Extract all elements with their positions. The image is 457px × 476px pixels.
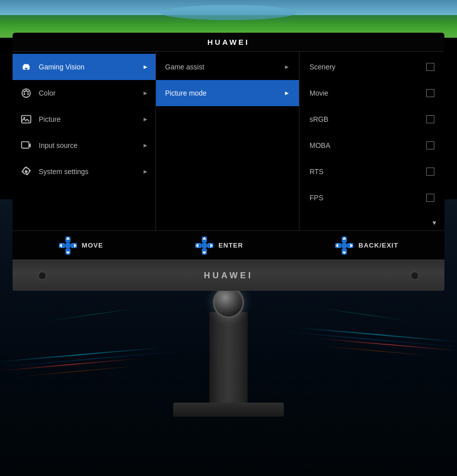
menu-item-gaming-vision[interactable]: Gaming Vision ► bbox=[13, 54, 156, 80]
osd-overlay: HUAWEI Gaming Vis bbox=[13, 33, 444, 260]
movie-label: Movie bbox=[310, 89, 426, 97]
movie-checkbox bbox=[426, 89, 434, 97]
input-source-arrow: ► bbox=[142, 142, 148, 149]
input-source-label: Input source bbox=[39, 141, 142, 149]
picture-mode-arrow: ► bbox=[284, 90, 290, 97]
osd-mid-column: Game assist ► Picture mode ► bbox=[156, 52, 299, 230]
picture-arrow: ► bbox=[142, 116, 148, 123]
scroll-down-indicator: ▼ bbox=[431, 219, 437, 226]
monitor-brand-logo: HUAWEI bbox=[204, 271, 253, 281]
svg-point-4 bbox=[25, 90, 27, 92]
palette-icon bbox=[20, 87, 33, 100]
move-label: MOVE bbox=[82, 242, 103, 249]
rts-label: RTS bbox=[310, 168, 426, 176]
right-item-rts[interactable]: RTS bbox=[299, 158, 444, 185]
gamepad-icon bbox=[20, 60, 33, 73]
dpad-back-icon bbox=[335, 236, 353, 255]
color-label: Color bbox=[39, 89, 142, 97]
menu-item-input-source[interactable]: Input source ► bbox=[13, 132, 156, 158]
game-assist-label: Game assist bbox=[165, 63, 284, 71]
fps-checkbox bbox=[426, 194, 434, 202]
fps-label: FPS bbox=[310, 194, 426, 202]
monitor-stand-base bbox=[173, 403, 284, 417]
svg-point-6 bbox=[27, 93, 29, 95]
svg-point-3 bbox=[24, 91, 26, 93]
color-arrow: ► bbox=[142, 90, 148, 97]
enter-label: ENTER bbox=[218, 242, 243, 249]
monitor-bottom-bezel: HUAWEI bbox=[13, 260, 444, 291]
svg-point-7 bbox=[24, 93, 26, 95]
right-item-movie[interactable]: Movie bbox=[299, 80, 444, 106]
menu-item-system-settings[interactable]: System settings ► bbox=[13, 158, 156, 185]
right-item-fps[interactable]: FPS bbox=[299, 185, 444, 211]
svg-point-5 bbox=[27, 91, 29, 93]
menu-item-game-assist[interactable]: Game assist ► bbox=[156, 54, 299, 80]
menu-item-color[interactable]: Color ► bbox=[13, 80, 156, 106]
osd-brand-title: HUAWEI bbox=[207, 38, 250, 46]
back-exit-label: BACK/EXIT bbox=[358, 242, 398, 249]
osd-right-column: Scenery Movie sRGB MOBA bbox=[299, 52, 444, 230]
svg-rect-10 bbox=[22, 142, 29, 148]
monitor-joystick[interactable] bbox=[213, 287, 244, 318]
game-assist-arrow: ► bbox=[284, 63, 290, 70]
svg-point-11 bbox=[25, 170, 28, 173]
input-icon bbox=[20, 139, 33, 152]
menu-item-picture[interactable]: Picture ► bbox=[13, 106, 156, 132]
rts-checkbox bbox=[426, 168, 434, 176]
control-move: MOVE bbox=[59, 236, 103, 255]
control-back-exit: BACK/EXIT bbox=[335, 236, 398, 255]
monitor-stand-neck bbox=[209, 312, 248, 403]
monitor-right-button[interactable] bbox=[410, 271, 419, 280]
osd-controls-bar: MOVE ENTER bbox=[13, 230, 444, 260]
scenery-label: Scenery bbox=[310, 63, 426, 71]
osd-left-column: Gaming Vision ► bbox=[13, 52, 156, 230]
system-settings-label: System settings bbox=[39, 168, 142, 176]
menu-item-picture-mode[interactable]: Picture mode ► bbox=[156, 80, 299, 106]
dpad-enter-icon bbox=[195, 236, 213, 255]
dpad-move-icon bbox=[59, 236, 77, 255]
scenery-checkbox bbox=[426, 63, 434, 71]
picture-label: Picture bbox=[39, 115, 142, 123]
right-item-scenery[interactable]: Scenery bbox=[299, 54, 444, 80]
moba-label: MOBA bbox=[310, 141, 426, 149]
gaming-vision-label: Gaming Vision bbox=[39, 63, 142, 71]
image-icon bbox=[20, 113, 33, 126]
right-item-moba[interactable]: MOBA bbox=[299, 132, 444, 158]
system-settings-arrow: ► bbox=[142, 168, 148, 175]
srgb-label: sRGB bbox=[310, 115, 426, 123]
osd-title-bar: HUAWEI bbox=[13, 33, 444, 52]
gear-icon bbox=[20, 165, 33, 178]
osd-menu: Gaming Vision ► bbox=[13, 52, 444, 230]
moba-checkbox bbox=[426, 141, 434, 149]
gaming-vision-arrow: ► bbox=[142, 63, 148, 70]
svg-rect-0 bbox=[23, 66, 24, 67]
right-item-srgb[interactable]: sRGB bbox=[299, 106, 444, 132]
svg-rect-1 bbox=[29, 66, 30, 67]
monitor-left-button[interactable] bbox=[38, 271, 47, 280]
picture-mode-label: Picture mode bbox=[165, 89, 284, 97]
control-enter: ENTER bbox=[195, 236, 243, 255]
srgb-checkbox bbox=[426, 115, 434, 123]
